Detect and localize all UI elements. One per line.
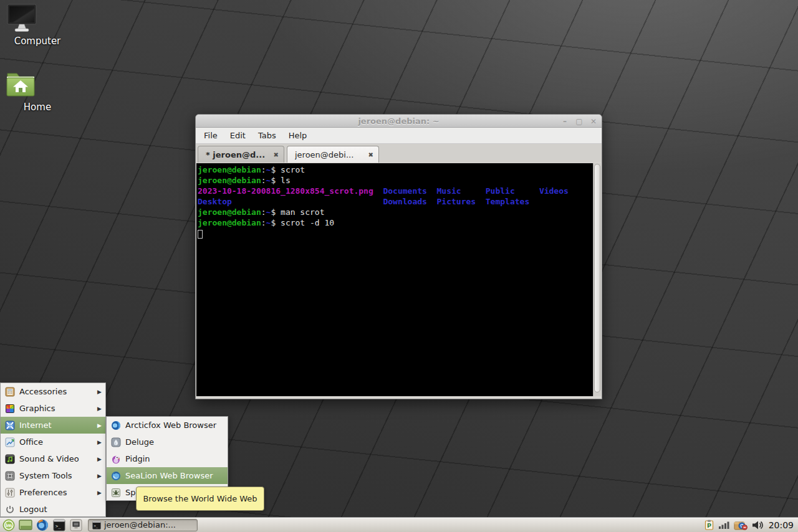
terminal-menubar: File Edit Tabs Help	[196, 128, 602, 144]
computer-icon	[5, 4, 70, 34]
preferences-icon	[4, 487, 15, 498]
submenu-item-deluge[interactable]: Deluge	[107, 434, 228, 450]
screen-icon[interactable]	[69, 518, 83, 532]
titlebar[interactable]: jeroen@debian: ~ – ▢ ✕	[196, 115, 602, 128]
menu-item-logout[interactable]: Logout	[1, 501, 105, 518]
arcticfox-icon	[110, 420, 121, 430]
tab-label: * jeroen@d...	[206, 150, 269, 159]
submenu-item-label: Deluge	[125, 437, 154, 447]
taskbar: lm >_ >_ jeroen@debian:... P	[0, 517, 798, 532]
package-updates-icon[interactable]	[734, 520, 748, 531]
menu-item-label: Logout	[19, 505, 47, 514]
terminal-line: jeroen@debian:~$ ls	[198, 175, 593, 186]
network-signal-icon[interactable]	[718, 520, 729, 530]
menu-item-system-tools[interactable]: System Tools ▶	[1, 467, 105, 484]
submenu-arrow-icon: ▶	[97, 389, 102, 395]
window-title: jeroen@debian: ~	[196, 116, 602, 126]
menu-item-graphics[interactable]: Graphics ▶	[1, 400, 105, 417]
show-desktop-icon[interactable]	[19, 518, 32, 532]
terminal-scrollbar[interactable]	[593, 163, 601, 396]
terminal-window: jeroen@debian: ~ – ▢ ✕ File Edit Tabs He…	[195, 114, 602, 399]
menu-item-label: System Tools	[19, 471, 72, 480]
menu-tabs[interactable]: Tabs	[252, 128, 282, 143]
menu-file[interactable]: File	[198, 128, 224, 143]
graphics-icon	[4, 403, 15, 414]
terminal-cursor-line	[198, 228, 593, 239]
terminal-tabbar: * jeroen@d... ✖ jeroen@debi... ✖	[196, 144, 602, 163]
taskbar-launchers: lm >_	[0, 518, 83, 532]
close-icon[interactable]: ✕	[589, 117, 598, 126]
firefox-icon[interactable]	[36, 518, 49, 532]
menu-edit[interactable]: Edit	[224, 128, 252, 143]
office-icon	[4, 437, 15, 447]
tab-1[interactable]: * jeroen@d... ✖	[198, 146, 284, 163]
terminal-cursor	[198, 230, 203, 239]
submenu-item-pidgin[interactable]: Pidgin	[107, 450, 228, 467]
accessories-icon	[4, 386, 15, 397]
submenu-item-label: Arcticfox Web Browser	[125, 420, 216, 430]
menu-item-office[interactable]: Office ▶	[1, 434, 105, 450]
scrollbar-thumb[interactable]	[594, 164, 600, 392]
terminal-line: jeroen@debian:~$ scrot	[198, 164, 593, 175]
terminal-line: 2023-10-18-200816_1280x854_scrot.png Doc…	[198, 186, 593, 196]
terminal-line: jeroen@debian:~$ man scrot	[198, 207, 593, 217]
terminal-content-area: jeroen@debian:~$ scrotjeroen@debian:~$ l…	[196, 163, 601, 396]
desktop-icon-computer[interactable]: Computer	[5, 4, 70, 47]
system-tray: P 20:09	[704, 520, 798, 531]
applications-menu: Accessories ▶ Graphics ▶ Internet ▶ Offi…	[0, 382, 106, 517]
menu-item-label: Accessories	[19, 387, 67, 396]
tab-close-icon[interactable]: ✖	[368, 151, 373, 158]
maximize-icon[interactable]: ▢	[575, 117, 584, 126]
tooltip-text: Browse the World Wide Web	[143, 494, 257, 503]
logout-icon	[4, 504, 15, 515]
menu-help[interactable]: Help	[282, 128, 314, 143]
mint-menu-icon[interactable]: lm	[2, 518, 16, 532]
tab-close-icon[interactable]: ✖	[274, 151, 279, 158]
submenu-arrow-icon: ▶	[97, 473, 102, 479]
pidgin-icon	[110, 454, 121, 464]
clipboard-icon[interactable]: P	[704, 520, 714, 530]
submenu-arrow-icon: ▶	[97, 422, 102, 429]
terminal-line: Desktop Downloads Pictures Templates	[198, 196, 593, 207]
svg-text:>_: >_	[55, 523, 61, 528]
spider-icon	[110, 487, 121, 498]
svg-text:>_: >_	[94, 523, 98, 528]
svg-text:P: P	[707, 522, 711, 529]
desktop-icon-label: Computer	[5, 36, 70, 47]
tooltip: Browse the World Wide Web	[136, 487, 264, 511]
minimize-icon[interactable]: –	[560, 117, 569, 126]
internet-icon	[4, 420, 15, 430]
menu-item-label: Preferences	[19, 488, 67, 497]
tab-label: jeroen@debi...	[295, 150, 363, 159]
menu-item-label: Internet	[19, 420, 52, 430]
svg-text:lm: lm	[6, 523, 12, 528]
submenu-item-arcticfox[interactable]: Arcticfox Web Browser	[107, 417, 228, 434]
menu-item-sound-video[interactable]: Sound & Video ▶	[1, 450, 105, 467]
taskbar-window-button[interactable]: >_ jeroen@debian:...	[88, 519, 198, 531]
volume-icon[interactable]	[752, 520, 764, 530]
submenu-arrow-icon: ▶	[97, 406, 102, 412]
taskbar-clock[interactable]: 20:09	[769, 520, 794, 530]
menu-item-accessories[interactable]: Accessories ▶	[1, 383, 105, 400]
submenu-arrow-icon: ▶	[97, 456, 102, 462]
sound-video-icon	[4, 454, 15, 464]
tab-2[interactable]: jeroen@debi... ✖	[287, 146, 379, 163]
terminal-lines: jeroen@debian:~$ scrotjeroen@debian:~$ l…	[198, 164, 593, 228]
system-tools-icon	[4, 470, 15, 481]
home-folder-icon	[5, 70, 70, 100]
submenu-item-label: Pidgin	[125, 454, 150, 463]
menu-item-label: Sound & Video	[19, 454, 79, 463]
submenu-item-sealion[interactable]: SeaLion Web Browser	[107, 467, 228, 484]
desktop-icon-label: Home	[5, 102, 70, 113]
menu-item-label: Office	[19, 437, 43, 447]
submenu-arrow-icon: ▶	[97, 439, 102, 445]
menu-item-internet[interactable]: Internet ▶	[1, 417, 105, 434]
menu-item-preferences[interactable]: Preferences ▶	[1, 484, 105, 501]
desktop-icon-home[interactable]: Home	[5, 70, 70, 113]
deluge-icon	[110, 437, 121, 447]
terminal-output[interactable]: jeroen@debian:~$ scrotjeroen@debian:~$ l…	[196, 163, 593, 396]
submenu-arrow-icon: ▶	[97, 490, 102, 496]
terminal-icon: >_	[92, 521, 101, 530]
sealion-icon	[110, 470, 121, 481]
terminal-icon[interactable]: >_	[52, 518, 66, 532]
